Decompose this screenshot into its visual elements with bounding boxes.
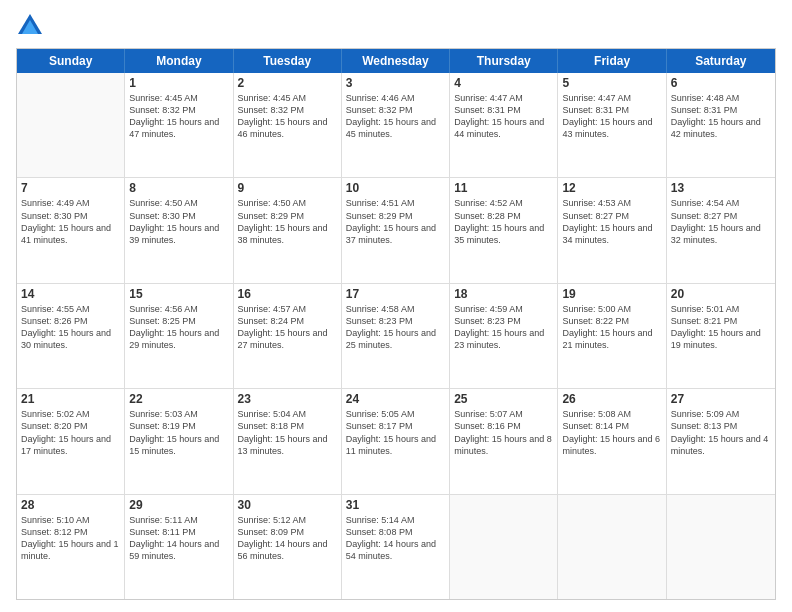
- calendar-week-1: 1Sunrise: 4:45 AM Sunset: 8:32 PM Daylig…: [17, 73, 775, 178]
- calendar-cell: 26Sunrise: 5:08 AM Sunset: 8:14 PM Dayli…: [558, 389, 666, 493]
- day-number: 16: [238, 287, 337, 301]
- day-number: 31: [346, 498, 445, 512]
- calendar-cell: [667, 495, 775, 599]
- cell-info: Sunrise: 4:47 AM Sunset: 8:31 PM Dayligh…: [454, 92, 553, 141]
- day-number: 27: [671, 392, 771, 406]
- calendar-cell: 16Sunrise: 4:57 AM Sunset: 8:24 PM Dayli…: [234, 284, 342, 388]
- day-number: 17: [346, 287, 445, 301]
- calendar-cell: 23Sunrise: 5:04 AM Sunset: 8:18 PM Dayli…: [234, 389, 342, 493]
- day-number: 30: [238, 498, 337, 512]
- day-number: 20: [671, 287, 771, 301]
- header-day-saturday: Saturday: [667, 49, 775, 73]
- cell-info: Sunrise: 4:45 AM Sunset: 8:32 PM Dayligh…: [238, 92, 337, 141]
- cell-info: Sunrise: 4:53 AM Sunset: 8:27 PM Dayligh…: [562, 197, 661, 246]
- day-number: 2: [238, 76, 337, 90]
- calendar-header-row: SundayMondayTuesdayWednesdayThursdayFrid…: [17, 49, 775, 73]
- calendar-cell: 7Sunrise: 4:49 AM Sunset: 8:30 PM Daylig…: [17, 178, 125, 282]
- calendar-cell: 29Sunrise: 5:11 AM Sunset: 8:11 PM Dayli…: [125, 495, 233, 599]
- cell-info: Sunrise: 4:48 AM Sunset: 8:31 PM Dayligh…: [671, 92, 771, 141]
- day-number: 1: [129, 76, 228, 90]
- cell-info: Sunrise: 5:10 AM Sunset: 8:12 PM Dayligh…: [21, 514, 120, 563]
- day-number: 19: [562, 287, 661, 301]
- day-number: 7: [21, 181, 120, 195]
- calendar-cell: 24Sunrise: 5:05 AM Sunset: 8:17 PM Dayli…: [342, 389, 450, 493]
- day-number: 25: [454, 392, 553, 406]
- header-day-thursday: Thursday: [450, 49, 558, 73]
- cell-info: Sunrise: 5:12 AM Sunset: 8:09 PM Dayligh…: [238, 514, 337, 563]
- calendar-cell: 28Sunrise: 5:10 AM Sunset: 8:12 PM Dayli…: [17, 495, 125, 599]
- calendar-week-3: 14Sunrise: 4:55 AM Sunset: 8:26 PM Dayli…: [17, 284, 775, 389]
- calendar-cell: [17, 73, 125, 177]
- calendar-cell: 14Sunrise: 4:55 AM Sunset: 8:26 PM Dayli…: [17, 284, 125, 388]
- cell-info: Sunrise: 4:54 AM Sunset: 8:27 PM Dayligh…: [671, 197, 771, 246]
- cell-info: Sunrise: 5:05 AM Sunset: 8:17 PM Dayligh…: [346, 408, 445, 457]
- cell-info: Sunrise: 4:50 AM Sunset: 8:29 PM Dayligh…: [238, 197, 337, 246]
- calendar-cell: 6Sunrise: 4:48 AM Sunset: 8:31 PM Daylig…: [667, 73, 775, 177]
- logo: [16, 12, 48, 40]
- cell-info: Sunrise: 4:49 AM Sunset: 8:30 PM Dayligh…: [21, 197, 120, 246]
- calendar-cell: 27Sunrise: 5:09 AM Sunset: 8:13 PM Dayli…: [667, 389, 775, 493]
- day-number: 4: [454, 76, 553, 90]
- day-number: 21: [21, 392, 120, 406]
- day-number: 26: [562, 392, 661, 406]
- calendar-cell: 11Sunrise: 4:52 AM Sunset: 8:28 PM Dayli…: [450, 178, 558, 282]
- calendar-cell: 17Sunrise: 4:58 AM Sunset: 8:23 PM Dayli…: [342, 284, 450, 388]
- day-number: 9: [238, 181, 337, 195]
- calendar-cell: 9Sunrise: 4:50 AM Sunset: 8:29 PM Daylig…: [234, 178, 342, 282]
- calendar: SundayMondayTuesdayWednesdayThursdayFrid…: [16, 48, 776, 600]
- calendar-cell: 15Sunrise: 4:56 AM Sunset: 8:25 PM Dayli…: [125, 284, 233, 388]
- calendar-cell: 13Sunrise: 4:54 AM Sunset: 8:27 PM Dayli…: [667, 178, 775, 282]
- cell-info: Sunrise: 4:46 AM Sunset: 8:32 PM Dayligh…: [346, 92, 445, 141]
- calendar-cell: 18Sunrise: 4:59 AM Sunset: 8:23 PM Dayli…: [450, 284, 558, 388]
- day-number: 10: [346, 181, 445, 195]
- cell-info: Sunrise: 4:58 AM Sunset: 8:23 PM Dayligh…: [346, 303, 445, 352]
- cell-info: Sunrise: 5:04 AM Sunset: 8:18 PM Dayligh…: [238, 408, 337, 457]
- calendar-week-4: 21Sunrise: 5:02 AM Sunset: 8:20 PM Dayli…: [17, 389, 775, 494]
- calendar-cell: 20Sunrise: 5:01 AM Sunset: 8:21 PM Dayli…: [667, 284, 775, 388]
- calendar-cell: 8Sunrise: 4:50 AM Sunset: 8:30 PM Daylig…: [125, 178, 233, 282]
- calendar-cell: 4Sunrise: 4:47 AM Sunset: 8:31 PM Daylig…: [450, 73, 558, 177]
- day-number: 13: [671, 181, 771, 195]
- calendar-cell: 2Sunrise: 4:45 AM Sunset: 8:32 PM Daylig…: [234, 73, 342, 177]
- cell-info: Sunrise: 5:01 AM Sunset: 8:21 PM Dayligh…: [671, 303, 771, 352]
- calendar-week-5: 28Sunrise: 5:10 AM Sunset: 8:12 PM Dayli…: [17, 495, 775, 599]
- header-day-sunday: Sunday: [17, 49, 125, 73]
- calendar-cell: 12Sunrise: 4:53 AM Sunset: 8:27 PM Dayli…: [558, 178, 666, 282]
- header-day-friday: Friday: [558, 49, 666, 73]
- page: SundayMondayTuesdayWednesdayThursdayFrid…: [0, 0, 792, 612]
- calendar-week-2: 7Sunrise: 4:49 AM Sunset: 8:30 PM Daylig…: [17, 178, 775, 283]
- day-number: 5: [562, 76, 661, 90]
- cell-info: Sunrise: 5:09 AM Sunset: 8:13 PM Dayligh…: [671, 408, 771, 457]
- calendar-cell: 5Sunrise: 4:47 AM Sunset: 8:31 PM Daylig…: [558, 73, 666, 177]
- calendar-cell: [450, 495, 558, 599]
- header-day-wednesday: Wednesday: [342, 49, 450, 73]
- cell-info: Sunrise: 4:45 AM Sunset: 8:32 PM Dayligh…: [129, 92, 228, 141]
- cell-info: Sunrise: 5:11 AM Sunset: 8:11 PM Dayligh…: [129, 514, 228, 563]
- day-number: 6: [671, 76, 771, 90]
- cell-info: Sunrise: 5:02 AM Sunset: 8:20 PM Dayligh…: [21, 408, 120, 457]
- cell-info: Sunrise: 4:50 AM Sunset: 8:30 PM Dayligh…: [129, 197, 228, 246]
- day-number: 28: [21, 498, 120, 512]
- calendar-cell: 25Sunrise: 5:07 AM Sunset: 8:16 PM Dayli…: [450, 389, 558, 493]
- day-number: 14: [21, 287, 120, 301]
- calendar-cell: 1Sunrise: 4:45 AM Sunset: 8:32 PM Daylig…: [125, 73, 233, 177]
- cell-info: Sunrise: 4:52 AM Sunset: 8:28 PM Dayligh…: [454, 197, 553, 246]
- cell-info: Sunrise: 5:03 AM Sunset: 8:19 PM Dayligh…: [129, 408, 228, 457]
- logo-icon: [16, 12, 44, 40]
- calendar-cell: 3Sunrise: 4:46 AM Sunset: 8:32 PM Daylig…: [342, 73, 450, 177]
- day-number: 24: [346, 392, 445, 406]
- cell-info: Sunrise: 4:55 AM Sunset: 8:26 PM Dayligh…: [21, 303, 120, 352]
- cell-info: Sunrise: 5:07 AM Sunset: 8:16 PM Dayligh…: [454, 408, 553, 457]
- day-number: 3: [346, 76, 445, 90]
- header-day-tuesday: Tuesday: [234, 49, 342, 73]
- calendar-cell: 22Sunrise: 5:03 AM Sunset: 8:19 PM Dayli…: [125, 389, 233, 493]
- day-number: 12: [562, 181, 661, 195]
- cell-info: Sunrise: 4:59 AM Sunset: 8:23 PM Dayligh…: [454, 303, 553, 352]
- calendar-cell: 19Sunrise: 5:00 AM Sunset: 8:22 PM Dayli…: [558, 284, 666, 388]
- cell-info: Sunrise: 4:56 AM Sunset: 8:25 PM Dayligh…: [129, 303, 228, 352]
- day-number: 22: [129, 392, 228, 406]
- calendar-cell: 21Sunrise: 5:02 AM Sunset: 8:20 PM Dayli…: [17, 389, 125, 493]
- cell-info: Sunrise: 5:08 AM Sunset: 8:14 PM Dayligh…: [562, 408, 661, 457]
- day-number: 8: [129, 181, 228, 195]
- calendar-cell: [558, 495, 666, 599]
